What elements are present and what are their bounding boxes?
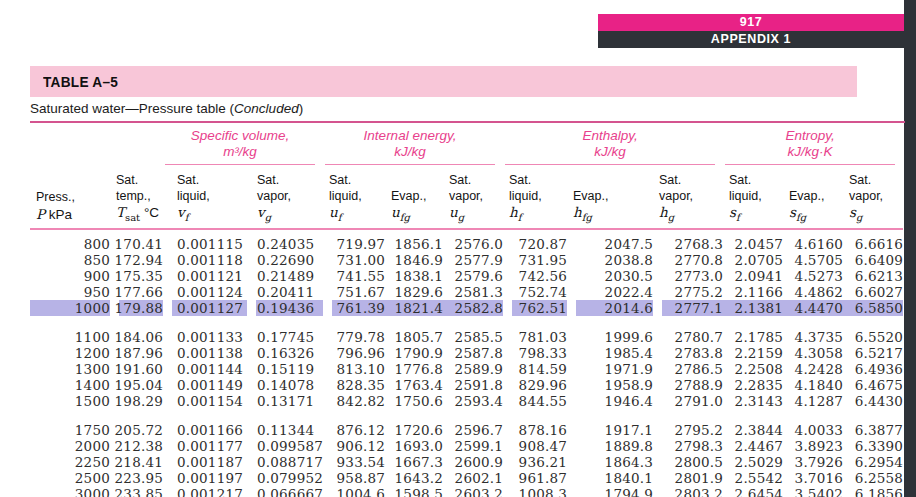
- cell-vg: 0.079952: [247, 470, 323, 486]
- cell-ug: 2582.8: [443, 300, 503, 316]
- cell-vf: 0.001166: [163, 422, 247, 438]
- table-row-p3000: 3000233.850.0012170.0666671004.61598.526…: [30, 486, 903, 497]
- cell-ufg: 1821.4: [385, 300, 443, 316]
- cell-ug: 2603.2: [443, 486, 503, 497]
- symbol-ug: ug: [449, 204, 503, 223]
- cell-ug: 2585.5: [443, 329, 503, 345]
- table-title-banner: TABLE A–5: [30, 66, 857, 97]
- cell-hf: 878.16: [503, 422, 567, 438]
- cell-vf: 0.001149: [163, 377, 247, 393]
- cell-Tsat: 195.04: [110, 377, 163, 393]
- cell-hfg: 1917.1: [567, 422, 653, 438]
- column-header-vg: Sat.vapor,vg: [247, 165, 323, 229]
- cell-sfg: 4.4470: [783, 300, 843, 316]
- cell-sfg: 4.3058: [783, 345, 843, 361]
- cell-ufg: 1720.6: [385, 422, 443, 438]
- cell-sfg: 4.4862: [783, 284, 843, 300]
- cell-ug: 2599.1: [443, 438, 503, 454]
- cell-sf: 2.1785: [723, 329, 783, 345]
- symbol-sg: sg: [849, 204, 903, 223]
- group-header-specific-volume: Specific volume,m³/kg: [163, 124, 323, 165]
- table-row-p900: 900175.350.0011210.21489741.551838.12579…: [30, 268, 903, 284]
- cell-ug: 2593.4: [443, 393, 503, 409]
- cell-Tsat: 212.38: [110, 438, 163, 454]
- cell-vf: 0.001127: [163, 300, 247, 316]
- cell-sfg: 3.7926: [783, 454, 843, 470]
- block-gap: [30, 409, 903, 422]
- cell-hg: 2803.2: [653, 486, 723, 497]
- cell-ufg: 1776.8: [385, 361, 443, 377]
- cell-sfg: 4.3735: [783, 329, 843, 345]
- appendix-badge: APPENDIX 1: [598, 31, 904, 48]
- table-subtitle: Saturated water—Pressure table (Conclude…: [30, 101, 303, 116]
- cell-hf: 752.74: [503, 284, 567, 300]
- cell-hg: 2800.5: [653, 454, 723, 470]
- cell-ug: 2587.8: [443, 345, 503, 361]
- column-header-sg: Sat.vapor,sg: [843, 165, 903, 229]
- cell-uf: 719.97: [323, 229, 385, 252]
- group-header-spacer: [30, 124, 163, 165]
- cell-Tsat: 223.95: [110, 470, 163, 486]
- cell-hf: 720.87: [503, 229, 567, 252]
- cell-P: 1300: [30, 361, 110, 377]
- page-number: 917: [740, 15, 763, 29]
- column-header-P: Press.,P kPa: [30, 165, 110, 229]
- symbol-uf: uf: [329, 204, 385, 223]
- cell-hfg: 1971.9: [567, 361, 653, 377]
- cell-sf: 2.4467: [723, 438, 783, 454]
- cell-hfg: 1958.9: [567, 377, 653, 393]
- symbol-vf: vf: [177, 204, 247, 223]
- cell-vg: 0.24035: [247, 229, 323, 252]
- cell-ug: 2577.9: [443, 252, 503, 268]
- cell-ug: 2591.8: [443, 377, 503, 393]
- cell-ufg: 1667.3: [385, 454, 443, 470]
- page-number-badge: 917: [598, 14, 904, 31]
- appendix-label: APPENDIX 1: [711, 32, 791, 46]
- cell-vf: 0.001197: [163, 470, 247, 486]
- cell-sg: 6.1856: [843, 486, 903, 497]
- column-label-row: Press.,P kPaSat.temp.,Tsat °CSat.liquid,…: [30, 165, 903, 229]
- column-header-Tsat: Sat.temp.,Tsat °C: [110, 165, 163, 229]
- cell-vf: 0.001133: [163, 329, 247, 345]
- cell-sfg: 4.1287: [783, 393, 843, 409]
- block-gap: [30, 316, 903, 329]
- cell-ufg: 1693.0: [385, 438, 443, 454]
- cell-sf: 2.2835: [723, 377, 783, 393]
- cell-sf: 2.0705: [723, 252, 783, 268]
- cell-P: 850: [30, 252, 110, 268]
- cell-sf: 2.0457: [723, 229, 783, 252]
- cell-ufg: 1856.1: [385, 229, 443, 252]
- cell-hg: 2791.0: [653, 393, 723, 409]
- table-row-p1100: 1100184.060.0011330.17745779.781805.7258…: [30, 329, 903, 345]
- table-row-p850: 850172.940.0011180.22690731.001846.92577…: [30, 252, 903, 268]
- cell-vg: 0.066667: [247, 486, 323, 497]
- cell-P: 1500: [30, 393, 110, 409]
- table-row-p950: 950177.660.0011240.20411751.671829.62581…: [30, 284, 903, 300]
- cell-Tsat: 198.29: [110, 393, 163, 409]
- symbol-hg: hg: [659, 204, 723, 223]
- cell-vg: 0.20411: [247, 284, 323, 300]
- table-row-p1200: 1200187.960.0011380.16326796.961790.9258…: [30, 345, 903, 361]
- cell-uf: 813.10: [323, 361, 385, 377]
- cell-hg: 2780.7: [653, 329, 723, 345]
- cell-ug: 2596.7: [443, 422, 503, 438]
- symbol-hf: hf: [509, 204, 567, 223]
- cell-vf: 0.001138: [163, 345, 247, 361]
- cell-uf: 828.35: [323, 377, 385, 393]
- cell-hfg: 2022.4: [567, 284, 653, 300]
- cell-vf: 0.001187: [163, 454, 247, 470]
- column-header-uf: Sat.liquid,uf: [323, 165, 385, 229]
- column-header-ug: Sat.vapor,ug: [443, 165, 503, 229]
- cell-sfg: 4.6160: [783, 229, 843, 252]
- cell-sfg: 3.8923: [783, 438, 843, 454]
- cell-hf: 961.87: [503, 470, 567, 486]
- cell-sfg: 3.7016: [783, 470, 843, 486]
- cell-ufg: 1763.4: [385, 377, 443, 393]
- cell-uf: 751.67: [323, 284, 385, 300]
- table-row-p1300: 1300191.600.0011440.15119813.101776.8258…: [30, 361, 903, 377]
- cell-sg: 6.6409: [843, 252, 903, 268]
- cell-Tsat: 175.35: [110, 268, 163, 284]
- cell-hf: 731.95: [503, 252, 567, 268]
- cell-hg: 2768.3: [653, 229, 723, 252]
- cell-Tsat: 172.94: [110, 252, 163, 268]
